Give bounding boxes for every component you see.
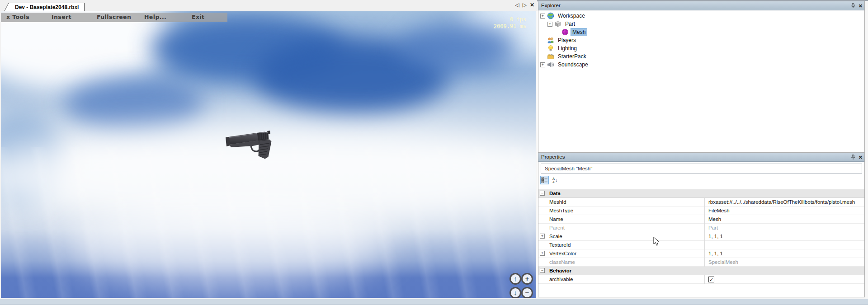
property-row-classname: className SpecialMesh [538,258,864,267]
sky-blue-patch [399,23,516,72]
category-row-data[interactable]: − Data [538,189,864,198]
property-row-textureid[interactable]: TextureId [538,241,864,249]
selected-object-box[interactable]: SpecialMesh "Mesh" [541,164,862,174]
tree-item-soundscape[interactable]: + Soundscape [538,61,864,69]
property-name: className [538,258,705,267]
category-label: Behavior [538,267,705,275]
mesh-icon [561,28,569,36]
property-name: TextureId [538,241,705,249]
property-row-parent: Parent Part [538,224,864,232]
document-tab-bar: Dev - Baseplate2048.rbxl ◁ ▷ ✕ [0,0,537,11]
menu-item-help[interactable]: Help... [144,14,166,20]
pin-icon[interactable] [851,3,855,9]
property-name: Name [538,215,705,224]
cloud-streaks [1,147,536,298]
property-row-name[interactable]: Name Mesh [538,215,864,224]
property-value: SpecialMesh [705,258,864,267]
frame-time-counter: 2009.91 ms [494,23,526,30]
property-row-archivable[interactable]: archivable ✓ [538,275,864,284]
pin-icon[interactable] [851,155,855,160]
pistol-mesh-model[interactable] [225,129,278,160]
properties-panel-title: Properties [541,154,565,160]
lightbulb-icon [547,45,554,52]
property-value[interactable]: 1, 1, 1 [705,232,864,241]
tree-item-players[interactable]: Players [538,36,864,44]
expand-box-icon[interactable]: + [547,22,552,27]
properties-panel: Properties ✕ SpecialMesh "Mesh" [538,152,865,297]
property-value[interactable]: FileMesh [705,206,864,215]
tree-item-label: Lighting [557,45,578,52]
close-icon[interactable]: ✕ [859,153,863,162]
explorer-panel: Explorer ✕ + Workspace + Part [538,1,865,152]
globe-icon [547,12,554,19]
property-name: Parent [538,224,705,232]
tree-item-part[interactable]: + Part [538,20,864,28]
property-name: MeshType [538,206,705,215]
property-name: Scale [538,232,705,241]
menu-item-tools[interactable]: x Tools [6,14,29,20]
property-row-vertexcolor[interactable]: + VertexColor 1, 1, 1 [538,249,864,258]
menu-item-fullscreen[interactable]: Fullscreen [97,14,131,20]
plus-icon: + [525,275,529,282]
tree-item-label: Part [564,20,576,28]
property-row-meshtype[interactable]: MeshType FileMesh [538,206,864,215]
tree-item-mesh[interactable]: Mesh [538,28,864,36]
explorer-panel-title: Explorer [541,3,561,8]
category-row-behavior[interactable]: − Behavior [538,267,864,275]
property-row-scale[interactable]: + Scale 1, 1, 1 [538,232,864,241]
property-value[interactable]: 1, 1, 1 [705,249,864,258]
property-name: VertexColor [538,249,705,258]
properties-grid: − Data MeshId rbxasset://../../../shared… [538,189,864,284]
categorized-icon [541,177,548,183]
tree-item-label-selected: Mesh [571,28,587,36]
tree-item-lighting[interactable]: Lighting [538,44,864,52]
close-icon[interactable]: ✕ [859,2,863,10]
tree-item-label: Workspace [557,12,586,19]
speaker-icon [547,61,554,68]
property-row-meshid[interactable]: MeshId rbxasset://../../../shareddata/Ri… [538,198,864,206]
status-bar [0,299,868,305]
explorer-tree[interactable]: + Workspace + Part Mesh [538,10,864,152]
expand-box-icon[interactable]: + [540,62,545,67]
selected-object-label: SpecialMesh "Mesh" [545,166,592,171]
property-name: archivable [538,275,705,284]
tab-scroll-right-icon[interactable]: ▷ [523,2,527,8]
ingame-menu-bar: x Tools Insert Fullscreen Help... Exit [1,13,227,22]
menu-item-insert[interactable]: Insert [52,14,71,20]
folder-tools-icon [547,53,554,60]
category-label: Data [538,189,705,198]
document-tab[interactable]: Dev - Baseplate2048.rbxl [10,3,85,11]
tab-scroll-left-icon[interactable]: ◁ [515,2,519,8]
tree-item-starterpack[interactable]: StarterPack [538,52,864,61]
window-right-edge [865,1,868,305]
zoom-out-button[interactable]: − [521,287,533,298]
categorized-view-button[interactable] [540,176,549,184]
zoom-in-button[interactable]: + [521,273,533,285]
tree-item-workspace[interactable]: + Workspace [538,12,864,20]
minus-icon: − [525,289,529,296]
tree-item-label: Players [557,37,577,44]
camera-tilt-down-button[interactable]: ↓ [509,287,521,298]
players-icon [547,37,554,44]
property-value[interactable]: Mesh [705,215,864,224]
property-value[interactable] [705,241,864,249]
fps-counter: 0 fps [494,16,526,23]
alphabetical-sort-button[interactable]: AZ ↓ [551,176,559,184]
up-arrow-icon: ↑ [514,275,517,282]
tree-item-label: StarterPack [557,53,588,60]
performance-overlay: 0 fps 2009.91 ms [494,16,526,30]
expand-box-icon[interactable]: + [540,14,545,19]
down-arrow-icon: ↓ [514,289,517,296]
sort-az-icon: AZ ↓ [552,177,557,183]
camera-tilt-up-button[interactable]: ↑ [509,273,521,285]
3d-viewport[interactable]: x Tools Insert Fullscreen Help... Exit 0… [0,11,536,298]
tab-close-icon[interactable]: ✕ [530,2,534,8]
part-icon [554,20,561,28]
property-name: MeshId [538,198,705,206]
sky-blue-patch [64,77,204,131]
menu-item-exit[interactable]: Exit [192,14,204,20]
property-value[interactable]: rbxasset://../../../shareddata/RiseOfThe… [705,198,864,206]
tree-item-label: Soundscape [557,61,590,68]
document-tab-title: Dev - Baseplate2048.rbxl [15,4,79,10]
archivable-checkbox[interactable]: ✓ [708,277,714,282]
